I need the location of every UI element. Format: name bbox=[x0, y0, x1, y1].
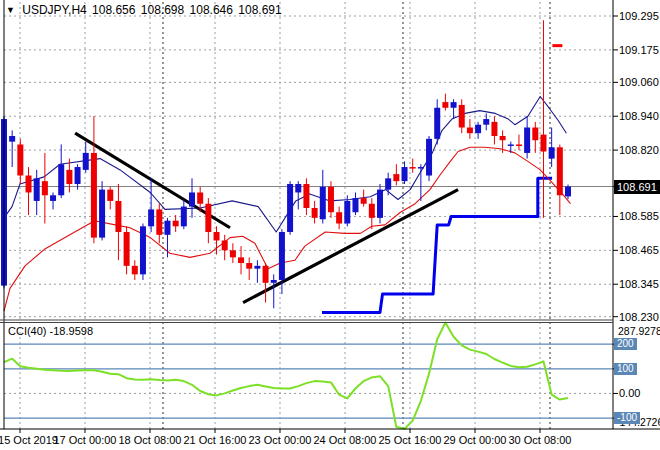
time-axis-label: 30 Oct 08:00 bbox=[509, 434, 572, 446]
bear-candle-body bbox=[246, 263, 252, 269]
price-axis-label: 109.295 bbox=[619, 10, 659, 22]
bear-candle-body bbox=[197, 192, 203, 203]
bear-candle-body bbox=[532, 128, 538, 141]
cci-scale-max-label: 287.9278 bbox=[618, 325, 660, 337]
bull-candle-body bbox=[83, 153, 89, 170]
bear-candle-body bbox=[303, 184, 309, 208]
time-axis-label: 23 Oct 00:00 bbox=[249, 434, 312, 446]
chart-title: ▼ USDJPY,H4 108.656 108.698 108.646 108.… bbox=[6, 3, 284, 17]
price-axis-label: 108.940 bbox=[619, 110, 659, 122]
bull-candle-body bbox=[50, 195, 56, 201]
bear-candle-body bbox=[26, 176, 32, 193]
symbol-period: USDJPY,H4 bbox=[22, 3, 86, 17]
time-axis-label: 24 Oct 08:00 bbox=[314, 434, 377, 446]
time-axis-label: 29 Oct 00:00 bbox=[444, 434, 507, 446]
indicator-value: -18.9598 bbox=[50, 325, 93, 337]
cci-level-badge: 100 bbox=[614, 363, 637, 375]
bull-candle-body bbox=[475, 125, 481, 133]
bear-candle-body bbox=[540, 135, 546, 152]
bull-candle-body bbox=[565, 187, 571, 197]
bull-candle-body bbox=[451, 102, 457, 108]
bull-candle-body bbox=[254, 266, 260, 269]
chart-canvas[interactable] bbox=[0, 0, 660, 450]
ohlc-low: 108.646 bbox=[190, 3, 233, 17]
bear-candle-body bbox=[156, 209, 162, 234]
bull-candle-body bbox=[287, 184, 293, 232]
indicator-name: CCI(40) bbox=[8, 325, 47, 337]
bear-candle-body bbox=[467, 128, 473, 134]
bear-candle-body bbox=[214, 232, 220, 240]
price-axis-label: 108.345 bbox=[619, 278, 659, 290]
chart-window: ▼ USDJPY,H4 108.656 108.698 108.646 108.… bbox=[0, 0, 660, 450]
bull-candle-body bbox=[418, 167, 424, 169]
bear-candle-body bbox=[369, 204, 375, 218]
bear-candle-body bbox=[230, 250, 236, 257]
bull-candle-body bbox=[508, 144, 514, 146]
bear-candle-body bbox=[361, 198, 367, 204]
red-dash-marker bbox=[552, 44, 562, 47]
bear-candle-body bbox=[557, 147, 563, 195]
bear-candle-body bbox=[328, 187, 334, 212]
bull-candle-body bbox=[164, 221, 170, 235]
bull-candle-body bbox=[426, 139, 432, 176]
bull-candle-body bbox=[279, 232, 285, 280]
time-axis-label: 21 Oct 16:00 bbox=[184, 434, 247, 446]
bear-candle-body bbox=[91, 153, 97, 238]
price-axis-label: 108.465 bbox=[619, 244, 659, 256]
bull-candle-body bbox=[483, 119, 489, 125]
price-axis-label: 108.820 bbox=[619, 144, 659, 156]
bear-candle-body bbox=[42, 181, 48, 195]
bear-candle-body bbox=[410, 167, 416, 169]
bear-candle-body bbox=[336, 212, 342, 223]
current-price-badge: 108.691 bbox=[614, 180, 660, 194]
bull-candle-body bbox=[344, 201, 350, 224]
time-axis-label: 17 Oct 00:00 bbox=[54, 434, 117, 446]
time-axis-label: 18 Oct 08:00 bbox=[119, 434, 182, 446]
ohlc-open: 108.656 bbox=[92, 3, 135, 17]
price-axis-label: 109.175 bbox=[619, 44, 659, 56]
bear-candle-body bbox=[238, 257, 244, 263]
bear-candle-body bbox=[459, 105, 465, 128]
bull-candle-body bbox=[377, 190, 383, 218]
bear-candle-body bbox=[500, 136, 506, 140]
bull-candle-body bbox=[58, 164, 64, 195]
bear-candle-body bbox=[393, 174, 399, 181]
bull-candle-body bbox=[549, 147, 555, 158]
bull-candle-body bbox=[295, 184, 301, 192]
bear-candle-body bbox=[66, 170, 72, 184]
price-axis-label: 108.585 bbox=[619, 210, 659, 222]
bear-candle-body bbox=[516, 144, 522, 146]
bear-candle-body bbox=[205, 204, 211, 232]
time-axis-label: 15 Oct 2019 bbox=[0, 434, 58, 446]
bull-candle-body bbox=[148, 209, 154, 226]
bear-candle-body bbox=[263, 266, 269, 283]
cci-zero-label: 0.00 bbox=[619, 387, 640, 399]
ohlc-high: 108.698 bbox=[141, 3, 184, 17]
cci-level-badge: 200 bbox=[614, 338, 637, 350]
bull-candle-body bbox=[140, 226, 146, 274]
bear-candle-body bbox=[124, 232, 130, 266]
bear-candle-body bbox=[222, 240, 228, 250]
bear-candle-body bbox=[107, 190, 113, 201]
bull-candle-body bbox=[524, 128, 530, 153]
bull-candle-body bbox=[402, 167, 408, 181]
collapse-indicator-icon[interactable]: ▼ bbox=[6, 5, 15, 15]
bear-candle-body bbox=[132, 266, 138, 274]
ohlc-close: 108.691 bbox=[238, 3, 281, 17]
bear-candle-body bbox=[312, 208, 318, 218]
bear-candle-body bbox=[491, 122, 497, 136]
bull-candle-body bbox=[434, 108, 440, 139]
bull-candle-body bbox=[385, 178, 391, 189]
time-axis-label: 25 Oct 16:00 bbox=[379, 434, 442, 446]
bull-candle-body bbox=[189, 192, 195, 206]
price-axis-label: 108.230 bbox=[619, 311, 659, 323]
bull-candle-body bbox=[181, 207, 187, 227]
bear-candle-body bbox=[173, 221, 179, 227]
bull-candle-body bbox=[352, 198, 358, 212]
bull-candle-body bbox=[320, 187, 326, 219]
bear-candle-body bbox=[115, 201, 121, 232]
cci-level-badge: -100 bbox=[614, 412, 640, 424]
bull-candle-body bbox=[75, 167, 81, 184]
bear-candle-body bbox=[442, 102, 448, 108]
indicator-label: CCI(40) -18.9598 bbox=[8, 325, 93, 337]
